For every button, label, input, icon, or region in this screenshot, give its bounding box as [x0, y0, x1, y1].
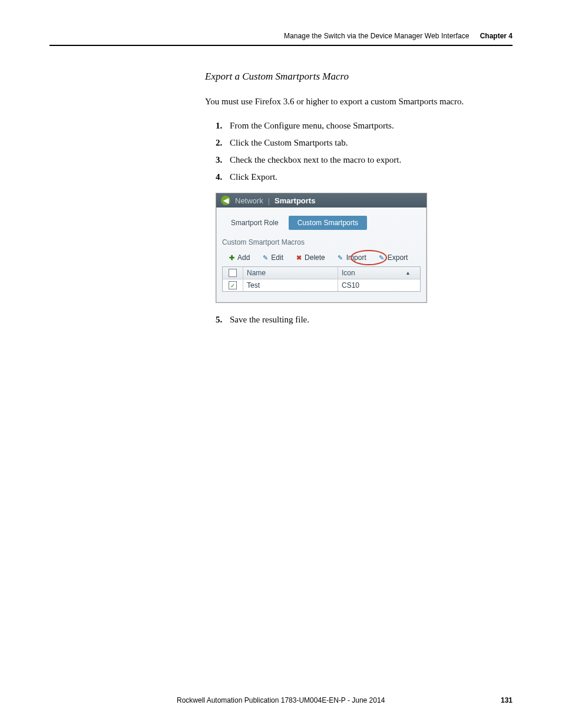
tabs: Smartport Role Custom Smartports [222, 216, 421, 230]
steps-list: 1.From the Configure menu, choose Smartp… [216, 121, 513, 182]
pencil-icon: ✎ [337, 254, 344, 261]
step-4: 4.Click Export. [216, 172, 513, 182]
edit-label: Edit [271, 253, 283, 262]
screenshot-panel: ◀ Network | Smartports Smartport Role Cu… [216, 193, 427, 303]
import-button[interactable]: ✎ Import [332, 252, 371, 263]
delete-button[interactable]: ✖ Delete [290, 252, 330, 263]
header-checkbox-cell[interactable] [223, 267, 243, 279]
step-text: From the Configure menu, choose Smartpor… [230, 121, 394, 131]
tab-custom-smartports[interactable]: Custom Smartports [289, 216, 367, 230]
checkbox-checked-icon: ✓ [229, 281, 237, 289]
row-icon-value: CS10 [342, 281, 359, 289]
export-label: Export [388, 253, 408, 262]
footer-page-number: 131 [501, 696, 513, 704]
table-row[interactable]: ✓ Test CS10 [223, 279, 420, 291]
tab-label: Custom Smartports [297, 219, 358, 227]
step-text: Click the Custom Smartports tab. [230, 138, 348, 148]
edit-button[interactable]: ✎ Edit [257, 252, 288, 263]
pencil-icon: ✎ [262, 254, 269, 261]
add-button[interactable]: ✚ Add [223, 252, 254, 263]
row-name-value: Test [247, 281, 260, 289]
step-text: Check the checkbox next to the macro to … [230, 155, 401, 165]
delete-label: Delete [305, 253, 325, 262]
header-icon-label: Icon [342, 269, 355, 277]
sort-arrow-icon: ▲ [405, 270, 411, 276]
add-label: Add [237, 253, 250, 262]
back-icon[interactable]: ◀ [221, 196, 230, 205]
running-header-chapter: Chapter 4 [480, 32, 513, 40]
panel-titlebar: ◀ Network | Smartports [216, 193, 427, 207]
pencil-icon: ✎ [378, 254, 385, 261]
footer-publication: Rockwell Automation Publication 1783-UM0… [177, 696, 385, 704]
toolbar: ✚ Add ✎ Edit ✖ Delete ✎ Import [222, 252, 421, 263]
checkbox-icon [229, 269, 237, 277]
row-icon: CS10 [338, 279, 420, 291]
row-checkbox-cell[interactable]: ✓ [223, 279, 243, 291]
page-footer: Rockwell Automation Publication 1783-UM0… [49, 696, 513, 704]
step-text: Click Export. [230, 172, 277, 182]
step-3: 3.Check the checkbox next to the macro t… [216, 155, 513, 165]
steps-list-continued: 5.Save the resulting file. [216, 315, 513, 325]
delete-icon: ✖ [295, 254, 302, 261]
add-icon: ✚ [228, 254, 235, 261]
tab-smartport-role[interactable]: Smartport Role [222, 216, 287, 230]
header-name[interactable]: Name [243, 267, 338, 279]
macro-grid: Name Icon ▲ ✓ Test [222, 266, 421, 292]
section-heading: Export a Custom Smartports Macro [205, 71, 513, 83]
breadcrumb-separator: | [268, 196, 270, 205]
import-label: Import [346, 253, 366, 262]
running-header-title: Manage the Switch via the Device Manager… [284, 32, 470, 40]
running-header: Manage the Switch via the Device Manager… [49, 32, 513, 46]
row-name: Test [243, 279, 338, 291]
export-button[interactable]: ✎ Export [373, 252, 413, 263]
step-5: 5.Save the resulting file. [216, 315, 513, 325]
intro-text: You must use Firefox 3.6 or higher to ex… [205, 95, 513, 108]
breadcrumb-current: Smartports [275, 196, 315, 205]
breadcrumb-parent[interactable]: Network [235, 196, 263, 205]
tab-label: Smartport Role [231, 219, 279, 227]
panel-section-label: Custom Smartport Macros [222, 238, 421, 246]
header-name-label: Name [247, 269, 266, 277]
step-2: 2.Click the Custom Smartports tab. [216, 138, 513, 148]
grid-header-row: Name Icon ▲ [223, 267, 420, 279]
header-icon[interactable]: Icon ▲ [338, 267, 420, 279]
step-text: Save the resulting file. [230, 315, 309, 325]
step-1: 1.From the Configure menu, choose Smartp… [216, 121, 513, 131]
